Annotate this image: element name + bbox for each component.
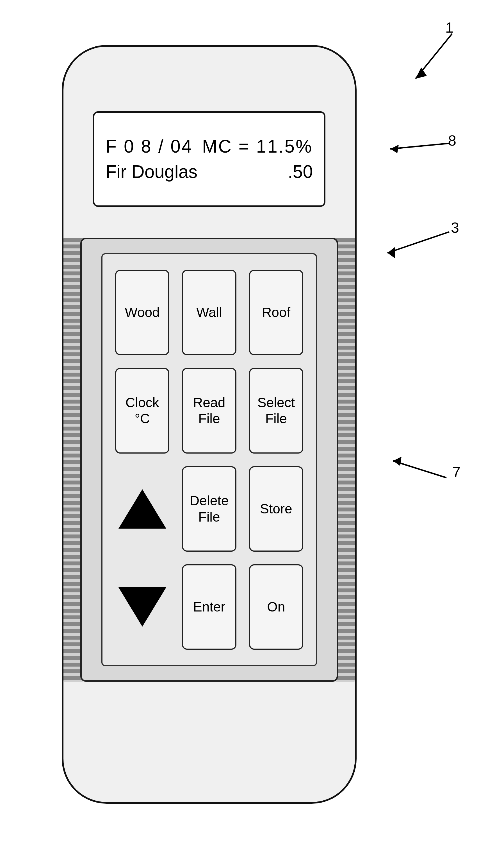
display-mc-value: MC = 11.5% xyxy=(202,136,313,157)
keypad-inner: Wood Wall Roof Clock°C ReadFile SelectFi… xyxy=(101,253,317,666)
ref-label-8: 8 xyxy=(448,132,456,149)
svg-line-6 xyxy=(393,461,447,478)
arrow-up-button[interactable] xyxy=(115,466,169,552)
display-file-code: F 0 8 / 04 xyxy=(106,136,193,157)
ref-label-7: 7 xyxy=(452,464,461,480)
arrow-down-button[interactable] xyxy=(115,564,169,650)
display-species: Fir Douglas xyxy=(106,161,197,182)
read-file-button[interactable]: ReadFile xyxy=(182,368,236,453)
display-line2: Fir Douglas .50 xyxy=(106,161,313,182)
delete-file-button[interactable]: DeleteFile xyxy=(182,466,236,552)
display-correction: .50 xyxy=(288,161,313,182)
triangle-down-icon xyxy=(118,587,166,627)
select-file-button[interactable]: SelectFile xyxy=(249,368,303,453)
display-screen: F 0 8 / 04 MC = 11.5% Fir Douglas .50 xyxy=(93,111,325,207)
svg-line-2 xyxy=(390,143,449,149)
svg-line-4 xyxy=(387,232,449,253)
ribbing-right xyxy=(335,238,355,682)
svg-marker-1 xyxy=(416,67,427,79)
svg-marker-7 xyxy=(393,456,401,466)
wall-button[interactable]: Wall xyxy=(182,270,236,355)
triangle-up-icon xyxy=(118,489,166,529)
page-container: 1 8 3 7 F 0 8 / 04 MC = 11.5% Fir Dougla… xyxy=(0,0,504,863)
svg-marker-5 xyxy=(387,247,395,259)
svg-marker-3 xyxy=(390,145,399,153)
wood-button[interactable]: Wood xyxy=(115,270,169,355)
keypad-panel: Wood Wall Roof Clock°C ReadFile SelectFi… xyxy=(80,238,338,682)
clock-c-button[interactable]: Clock°C xyxy=(115,368,169,453)
on-button[interactable]: On xyxy=(249,564,303,650)
ref-label-3: 3 xyxy=(451,219,459,236)
display-line1: F 0 8 / 04 MC = 11.5% xyxy=(106,136,313,157)
enter-button[interactable]: Enter xyxy=(182,564,236,650)
svg-line-0 xyxy=(416,34,452,79)
store-button[interactable]: Store xyxy=(249,466,303,552)
roof-button[interactable]: Roof xyxy=(249,270,303,355)
device-shell: F 0 8 / 04 MC = 11.5% Fir Douglas .50 Wo… xyxy=(62,45,357,804)
ref-label-1: 1 xyxy=(445,19,453,36)
